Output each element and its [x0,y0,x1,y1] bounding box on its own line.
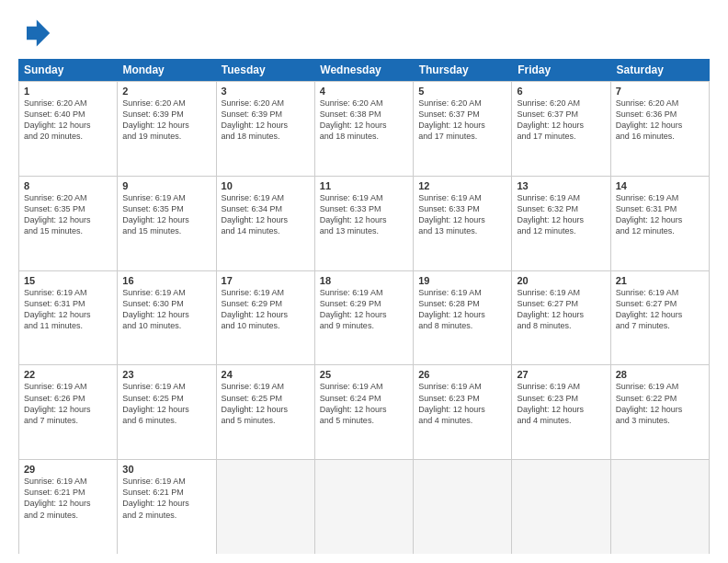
day-info: Sunrise: 6:20 AMSunset: 6:36 PMDaylight:… [616,98,704,143]
day-number: 4 [320,86,408,97]
calendar-cell-26: 26Sunrise: 6:19 AMSunset: 6:23 PMDayligh… [414,365,512,459]
day-info: Sunrise: 6:20 AMSunset: 6:37 PMDaylight:… [517,98,605,143]
day-number: 29 [24,464,112,475]
calendar-cell-empty-4-2 [217,460,315,554]
calendar-cell-17: 17Sunrise: 6:19 AMSunset: 6:29 PMDayligh… [217,271,315,365]
calendar-cell-5: 5Sunrise: 6:20 AMSunset: 6:37 PMDaylight… [414,82,512,176]
header-day-tuesday: Tuesday [216,59,314,81]
day-number: 30 [122,464,210,475]
calendar-cell-1: 1Sunrise: 6:20 AMSunset: 6:40 PMDaylight… [19,82,118,176]
calendar-cell-4: 4Sunrise: 6:20 AMSunset: 6:38 PMDaylight… [315,82,414,176]
day-info: Sunrise: 6:19 AMSunset: 6:33 PMDaylight:… [418,192,506,237]
calendar-cell-12: 12Sunrise: 6:19 AMSunset: 6:33 PMDayligh… [414,177,512,270]
calendar-cell-13: 13Sunrise: 6:19 AMSunset: 6:32 PMDayligh… [512,177,610,270]
day-info: Sunrise: 6:19 AMSunset: 6:34 PMDaylight:… [222,192,310,237]
calendar-cell-18: 18Sunrise: 6:19 AMSunset: 6:29 PMDayligh… [315,271,414,365]
day-info: Sunrise: 6:19 AMSunset: 6:32 PMDaylight:… [517,192,605,237]
day-number: 19 [418,275,506,286]
calendar-cell-7: 7Sunrise: 6:20 AMSunset: 6:36 PMDaylight… [611,82,710,176]
logo [18,17,55,50]
calendar-cell-16: 16Sunrise: 6:19 AMSunset: 6:30 PMDayligh… [118,271,216,365]
day-info: Sunrise: 6:19 AMSunset: 6:21 PMDaylight:… [122,476,210,521]
day-info: Sunrise: 6:19 AMSunset: 6:31 PMDaylight:… [24,287,112,332]
day-info: Sunrise: 6:19 AMSunset: 6:29 PMDaylight:… [320,287,408,332]
calendar-cell-30: 30Sunrise: 6:19 AMSunset: 6:21 PMDayligh… [118,460,216,554]
calendar-cell-23: 23Sunrise: 6:19 AMSunset: 6:25 PMDayligh… [118,365,216,459]
header-day-thursday: Thursday [414,59,512,81]
calendar-cell-empty-4-5 [512,460,610,554]
calendar-cell-11: 11Sunrise: 6:19 AMSunset: 6:33 PMDayligh… [315,177,414,270]
day-info: Sunrise: 6:20 AMSunset: 6:35 PMDaylight:… [24,192,112,237]
calendar-cell-21: 21Sunrise: 6:19 AMSunset: 6:27 PMDayligh… [611,271,710,365]
day-number: 7 [616,86,704,97]
day-info: Sunrise: 6:19 AMSunset: 6:28 PMDaylight:… [418,287,506,332]
header-day-saturday: Saturday [611,59,710,81]
day-number: 22 [24,369,112,380]
day-info: Sunrise: 6:19 AMSunset: 6:25 PMDaylight:… [222,381,310,426]
day-info: Sunrise: 6:20 AMSunset: 6:40 PMDaylight:… [24,98,112,143]
day-info: Sunrise: 6:19 AMSunset: 6:26 PMDaylight:… [24,381,112,426]
day-info: Sunrise: 6:19 AMSunset: 6:23 PMDaylight:… [517,381,605,426]
calendar-cell-empty-4-6 [611,460,710,554]
calendar-week-2: 15Sunrise: 6:19 AMSunset: 6:31 PMDayligh… [19,271,710,366]
day-info: Sunrise: 6:19 AMSunset: 6:27 PMDaylight:… [616,287,704,332]
day-number: 11 [320,180,408,191]
calendar-cell-14: 14Sunrise: 6:19 AMSunset: 6:31 PMDayligh… [611,177,710,270]
day-info: Sunrise: 6:19 AMSunset: 6:30 PMDaylight:… [122,287,210,332]
calendar-cell-27: 27Sunrise: 6:19 AMSunset: 6:23 PMDayligh… [512,365,610,459]
calendar-cell-9: 9Sunrise: 6:19 AMSunset: 6:35 PMDaylight… [118,177,216,270]
day-number: 16 [122,275,210,286]
day-number: 9 [122,180,210,191]
calendar-cell-19: 19Sunrise: 6:19 AMSunset: 6:28 PMDayligh… [414,271,512,365]
day-info: Sunrise: 6:19 AMSunset: 6:35 PMDaylight:… [122,192,210,237]
day-info: Sunrise: 6:20 AMSunset: 6:37 PMDaylight:… [418,98,506,143]
logo-icon [18,17,51,50]
day-number: 13 [517,180,605,191]
day-number: 14 [616,180,704,191]
day-number: 3 [222,86,310,97]
calendar-cell-empty-4-3 [315,460,414,554]
day-number: 20 [517,275,605,286]
day-info: Sunrise: 6:19 AMSunset: 6:23 PMDaylight:… [418,381,506,426]
calendar-header-row: SundayMondayTuesdayWednesdayThursdayFrid… [18,59,710,81]
day-number: 10 [222,180,310,191]
day-number: 6 [517,86,605,97]
day-number: 8 [24,180,112,191]
day-info: Sunrise: 6:19 AMSunset: 6:33 PMDaylight:… [320,192,408,237]
calendar-cell-15: 15Sunrise: 6:19 AMSunset: 6:31 PMDayligh… [19,271,118,365]
day-number: 28 [616,369,704,380]
day-number: 24 [222,369,310,380]
header-day-wednesday: Wednesday [314,59,413,81]
calendar-cell-29: 29Sunrise: 6:19 AMSunset: 6:21 PMDayligh… [19,460,118,554]
calendar-cell-10: 10Sunrise: 6:19 AMSunset: 6:34 PMDayligh… [217,177,315,270]
calendar-week-1: 8Sunrise: 6:20 AMSunset: 6:35 PMDaylight… [19,177,710,271]
day-info: Sunrise: 6:19 AMSunset: 6:24 PMDaylight:… [320,381,408,426]
day-info: Sunrise: 6:20 AMSunset: 6:38 PMDaylight:… [320,98,408,143]
calendar-cell-2: 2Sunrise: 6:20 AMSunset: 6:39 PMDaylight… [118,82,216,176]
day-info: Sunrise: 6:19 AMSunset: 6:31 PMDaylight:… [616,192,704,237]
day-info: Sunrise: 6:19 AMSunset: 6:25 PMDaylight:… [122,381,210,426]
day-number: 15 [24,275,112,286]
header-day-friday: Friday [512,59,610,81]
day-number: 26 [418,369,506,380]
header [18,17,710,50]
calendar-week-0: 1Sunrise: 6:20 AMSunset: 6:40 PMDaylight… [19,82,710,177]
calendar-cell-25: 25Sunrise: 6:19 AMSunset: 6:24 PMDayligh… [315,365,414,459]
header-day-sunday: Sunday [18,59,117,81]
day-info: Sunrise: 6:19 AMSunset: 6:22 PMDaylight:… [616,381,704,426]
calendar-cell-22: 22Sunrise: 6:19 AMSunset: 6:26 PMDayligh… [19,365,118,459]
calendar-week-3: 22Sunrise: 6:19 AMSunset: 6:26 PMDayligh… [19,365,710,460]
day-number: 23 [122,369,210,380]
svg-marker-0 [27,20,50,47]
header-day-monday: Monday [117,59,215,81]
day-number: 12 [418,180,506,191]
day-number: 18 [320,275,408,286]
day-number: 17 [222,275,310,286]
calendar-cell-24: 24Sunrise: 6:19 AMSunset: 6:25 PMDayligh… [217,365,315,459]
calendar-body: 1Sunrise: 6:20 AMSunset: 6:40 PMDaylight… [18,81,710,554]
page: SundayMondayTuesdayWednesdayThursdayFrid… [0,0,728,563]
calendar-cell-3: 3Sunrise: 6:20 AMSunset: 6:39 PMDaylight… [217,82,315,176]
day-info: Sunrise: 6:19 AMSunset: 6:21 PMDaylight:… [24,476,112,521]
day-info: Sunrise: 6:19 AMSunset: 6:27 PMDaylight:… [517,287,605,332]
day-info: Sunrise: 6:19 AMSunset: 6:29 PMDaylight:… [222,287,310,332]
